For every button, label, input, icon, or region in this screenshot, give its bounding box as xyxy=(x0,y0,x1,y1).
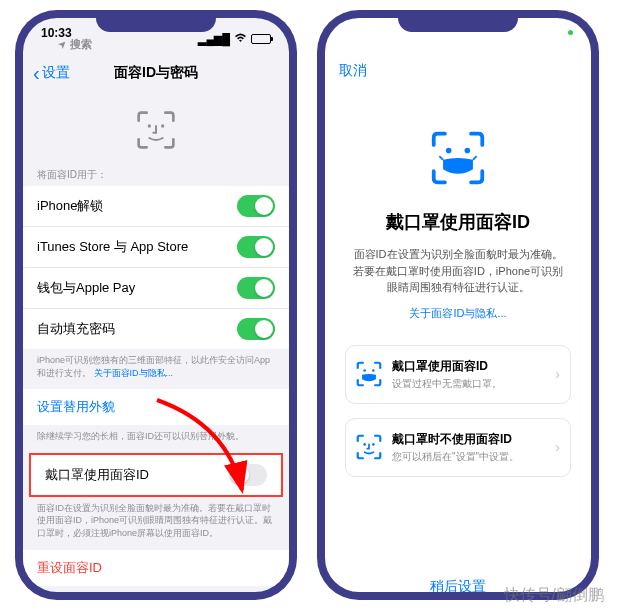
use-for-group: iPhone解锁 iTunes Store 与 App Store 钱包与App… xyxy=(23,186,289,349)
notch xyxy=(96,10,216,32)
highlight-box: 戴口罩使用面容ID xyxy=(29,453,283,497)
svg-point-3 xyxy=(465,148,471,154)
row-label: iPhone解锁 xyxy=(37,197,103,215)
status-icons: ▂▄▆█ xyxy=(198,33,271,46)
nav-header: ‹ 设置 面容ID与密码 xyxy=(23,54,289,92)
chevron-left-icon: ‹ xyxy=(33,63,40,83)
chevron-right-icon: › xyxy=(555,366,560,382)
faceid-hero xyxy=(23,92,289,164)
option-text: 戴口罩使用面容ID 设置过程中无需戴口罩。 xyxy=(392,358,545,391)
toggle-itunes[interactable] xyxy=(237,236,275,258)
phone-left: 10:33 ➤ 搜索 ▂▄▆█ ‹ 设置 面容ID与密码 xyxy=(15,10,297,600)
toggle-wallet[interactable] xyxy=(237,277,275,299)
watermark-text: 快传号/翩倒鹏 xyxy=(504,585,604,606)
privacy-link[interactable]: 关于面容ID与隐私... xyxy=(94,368,174,378)
p2-privacy-link[interactable]: 关于面容ID与隐私... xyxy=(345,306,571,321)
option-text: 戴口罩时不使用面容ID 您可以稍后在"设置"中设置。 xyxy=(392,431,545,464)
option-title: 戴口罩使用面容ID xyxy=(392,358,545,375)
signal-icon: ▂▄▆█ xyxy=(198,33,230,46)
reset-group: 重设面容ID xyxy=(23,550,289,586)
svg-point-7 xyxy=(372,443,375,446)
faceid-icon xyxy=(356,434,382,460)
faceid-mask-icon xyxy=(356,361,382,387)
footnote-access: iPhone可识别您独有的三维面部特征，以此作安全访问App和进行支付。 关于面… xyxy=(23,349,289,389)
row-alt-appearance[interactable]: 设置替用外貌 xyxy=(23,389,289,425)
row-label: 重设面容ID xyxy=(37,559,102,577)
footnote-alt: 除继续学习您的长相，面容ID还可以识别替用外貌。 xyxy=(23,425,289,453)
p2-title: 戴口罩使用面容ID xyxy=(345,210,571,234)
svg-point-2 xyxy=(446,148,452,154)
svg-point-1 xyxy=(161,124,164,127)
option-subtitle: 设置过程中无需戴口罩。 xyxy=(392,377,545,391)
p2-description: 面容ID在设置为识别全脸面貌时最为准确。若要在戴口罩时使用面容ID，iPhone… xyxy=(345,246,571,296)
phone-right: 取消 戴口罩使用面容ID 面容ID在设置为识别全脸面貌时最为准确。若要在戴口罩时… xyxy=(317,10,599,600)
option-no-mask[interactable]: 戴口罩时不使用面容ID 您可以稍后在"设置"中设置。 › xyxy=(345,418,571,477)
page-title: 面容ID与密码 xyxy=(114,64,198,82)
row-reset-faceid[interactable]: 重设面容ID xyxy=(23,550,289,586)
screen-left: 10:33 ➤ 搜索 ▂▄▆█ ‹ 设置 面容ID与密码 xyxy=(23,18,289,592)
footnote-mask: 面容ID在设置为识别全脸面貌时最为准确。若要在戴口罩时使用面容ID，iPhone… xyxy=(23,497,289,550)
row-autofill[interactable]: 自动填充密码 xyxy=(23,309,289,349)
toggle-mask[interactable] xyxy=(229,464,267,486)
row-wallet[interactable]: 钱包与Apple Pay xyxy=(23,268,289,309)
option-use-mask[interactable]: 戴口罩使用面容ID 设置过程中无需戴口罩。 › xyxy=(345,345,571,404)
row-label: 设置替用外貌 xyxy=(37,398,115,416)
location-arrow-icon: ➤ xyxy=(57,38,69,50)
row-label: 自动填充密码 xyxy=(37,320,115,338)
wifi-icon xyxy=(234,33,247,45)
cancel-button[interactable]: 取消 xyxy=(325,52,591,90)
option-title: 戴口罩时不使用面容ID xyxy=(392,431,545,448)
row-label: 戴口罩使用面容ID xyxy=(45,466,149,484)
row-itunes[interactable]: iTunes Store 与 App Store xyxy=(23,227,289,268)
svg-point-5 xyxy=(372,369,375,372)
toggle-unlock[interactable] xyxy=(237,195,275,217)
faceid-icon xyxy=(136,110,176,150)
back-button[interactable]: ‹ 设置 xyxy=(33,63,70,83)
camera-indicator-icon xyxy=(568,30,573,35)
row-mask-faceid[interactable]: 戴口罩使用面容ID xyxy=(31,455,281,495)
row-label: 钱包与Apple Pay xyxy=(37,279,135,297)
notch xyxy=(398,10,518,32)
section-label-use-for: 将面容ID用于： xyxy=(23,164,289,186)
option-subtitle: 您可以稍后在"设置"中设置。 xyxy=(392,450,545,464)
p2-content: 戴口罩使用面容ID 面容ID在设置为识别全脸面貌时最为准确。若要在戴口罩时使用面… xyxy=(325,90,591,564)
svg-point-4 xyxy=(363,369,366,372)
screen-right: 取消 戴口罩使用面容ID 面容ID在设置为识别全脸面貌时最为准确。若要在戴口罩时… xyxy=(325,18,591,592)
row-unlock[interactable]: iPhone解锁 xyxy=(23,186,289,227)
content-area: 将面容ID用于： iPhone解锁 iTunes Store 与 App Sto… xyxy=(23,92,289,592)
svg-point-6 xyxy=(363,443,366,446)
back-label: 设置 xyxy=(42,64,70,82)
chevron-right-icon: › xyxy=(555,439,560,455)
battery-icon xyxy=(251,34,271,44)
alt-appearance-group: 设置替用外貌 xyxy=(23,389,289,425)
svg-point-0 xyxy=(148,124,151,127)
row-label: iTunes Store 与 App Store xyxy=(37,238,188,256)
toggle-autofill[interactable] xyxy=(237,318,275,340)
search-hint: ➤ 搜索 xyxy=(41,39,110,52)
faceid-mask-hero-icon xyxy=(430,130,486,190)
